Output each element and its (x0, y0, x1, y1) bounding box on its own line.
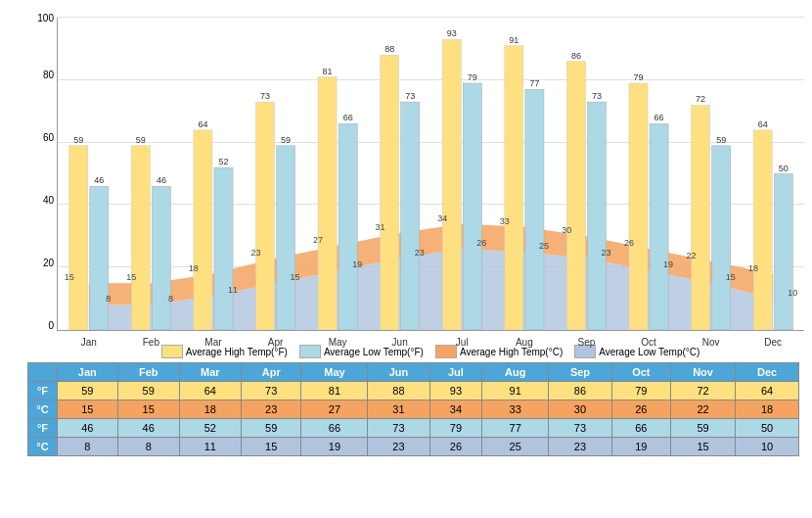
svg-text:64: 64 (198, 119, 207, 129)
svg-text:77: 77 (529, 78, 539, 88)
svg-rect-0 (69, 146, 88, 330)
svg-text:88: 88 (384, 44, 394, 54)
table-header-empty (28, 363, 58, 382)
row-high-c-label: °C (28, 400, 58, 419)
svg-rect-66 (753, 130, 772, 330)
row-low-c-label: °C (28, 438, 58, 456)
svg-text:15: 15 (726, 272, 736, 282)
month-label-feb: Feb (120, 337, 183, 348)
svg-text:15: 15 (126, 272, 136, 282)
table-header-apr: Apr (241, 363, 301, 382)
row-high-c: °C151518232731343330262218 (28, 400, 799, 419)
svg-text:93: 93 (447, 28, 457, 38)
svg-text:23: 23 (602, 248, 611, 258)
svg-rect-32 (401, 102, 420, 330)
month-label-sep: Sep (556, 337, 618, 348)
svg-rect-60 (692, 105, 710, 330)
svg-rect-6 (131, 146, 150, 330)
row-high-f-jul: 93 (429, 382, 482, 400)
row-low-f-dec: 50 (736, 419, 799, 438)
row-high-c-mar: 18 (179, 400, 241, 419)
row-low-c-jul: 26 (429, 438, 482, 456)
table-header-sep: Sep (549, 363, 612, 382)
month-label-apr: Apr (245, 337, 307, 348)
row-high-c-nov: 22 (670, 400, 735, 419)
svg-rect-62 (712, 146, 731, 330)
row-low-f-sep: 73 (549, 419, 612, 438)
row-high-f-mar: 64 (179, 382, 241, 400)
row-high-f-label: °F (28, 382, 58, 400)
data-table-container: JanFebMarAprMayJunJulAugSepOctNovDec°F59… (27, 362, 799, 456)
svg-rect-8 (152, 186, 170, 330)
svg-text:73: 73 (260, 91, 270, 101)
row-low-f-may: 66 (301, 419, 368, 438)
svg-rect-50 (587, 102, 606, 330)
row-low-c-may: 19 (301, 438, 368, 456)
row-high-c-may: 27 (301, 400, 368, 419)
row-high-f-nov: 72 (670, 382, 735, 400)
chart-svg: 5946158594615864521811735923158166271988… (58, 18, 804, 330)
svg-text:50: 50 (779, 164, 789, 173)
svg-rect-56 (650, 123, 668, 330)
y-tick-40: 40 (43, 195, 54, 206)
table-header-feb: Feb (117, 363, 179, 382)
svg-text:86: 86 (571, 51, 581, 61)
row-low-c-mar: 11 (179, 438, 241, 456)
svg-rect-36 (442, 39, 461, 330)
row-low-f-jan: 46 (58, 419, 118, 438)
row-high-c-dec: 18 (736, 400, 799, 419)
row-high-c-apr: 23 (241, 400, 301, 419)
table-header-jan: Jan (58, 363, 118, 382)
row-high-f-aug: 91 (482, 382, 549, 400)
svg-text:27: 27 (313, 235, 323, 245)
y-axis-label-container (8, 8, 27, 341)
svg-text:64: 64 (758, 119, 768, 129)
chart-section: 0 20 40 60 80 100 5946158594615864521811… (8, 8, 804, 341)
table-header-dec: Dec (736, 363, 799, 382)
row-high-c-jan: 15 (58, 400, 118, 419)
row-low-f-feb: 46 (117, 419, 179, 438)
svg-text:59: 59 (73, 135, 83, 145)
row-low-c-jan: 8 (58, 438, 118, 456)
svg-rect-20 (277, 146, 295, 330)
svg-rect-14 (214, 167, 233, 330)
table-header-nov: Nov (670, 363, 735, 382)
data-table: JanFebMarAprMayJunJulAugSepOctNovDec°F59… (27, 362, 799, 456)
svg-rect-26 (338, 123, 357, 330)
month-label-mar: Mar (182, 337, 245, 348)
legend-label-low-c: Average Low Temp(°C) (599, 347, 699, 357)
svg-text:10: 10 (788, 288, 797, 298)
svg-text:59: 59 (716, 135, 726, 145)
svg-rect-18 (255, 102, 274, 330)
svg-text:8: 8 (106, 295, 111, 305)
svg-rect-48 (566, 62, 585, 330)
svg-text:72: 72 (696, 94, 705, 104)
row-high-f-jan: 59 (58, 382, 118, 400)
svg-text:33: 33 (500, 216, 510, 226)
svg-text:26: 26 (476, 238, 486, 248)
svg-rect-38 (463, 83, 481, 330)
row-high-c-feb: 15 (117, 400, 179, 419)
row-low-f-apr: 59 (241, 419, 301, 438)
legend-label-high-f: Average High Temp(°F) (186, 347, 288, 357)
month-label-oct: Oct (617, 337, 680, 348)
row-high-c-aug: 33 (482, 400, 549, 419)
svg-text:22: 22 (687, 251, 697, 260)
svg-text:79: 79 (468, 72, 477, 82)
svg-text:15: 15 (65, 272, 74, 282)
svg-text:46: 46 (157, 175, 166, 185)
svg-text:66: 66 (654, 113, 664, 122)
svg-text:31: 31 (376, 222, 385, 232)
svg-text:59: 59 (281, 135, 291, 145)
table-header-oct: Oct (611, 363, 670, 382)
row-low-c-nov: 15 (670, 438, 735, 456)
svg-text:23: 23 (415, 248, 425, 258)
row-low-c-apr: 15 (241, 438, 301, 456)
row-low-f-jul: 79 (429, 419, 482, 438)
row-low-c-jun: 23 (368, 438, 429, 456)
table-header-mar: Mar (179, 363, 241, 382)
row-low-c-sep: 23 (549, 438, 612, 456)
svg-rect-24 (318, 77, 337, 330)
y-tick-80: 80 (43, 70, 54, 80)
row-low-f-aug: 77 (482, 419, 549, 438)
